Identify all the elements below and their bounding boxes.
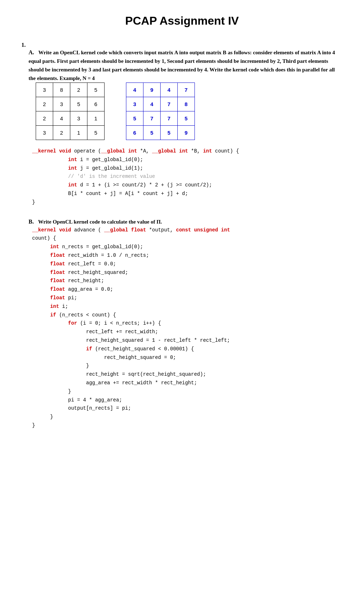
matrix-a-cell-1-3: 6	[87, 97, 105, 111]
code-block-a: __kernel void operate (__global int *A, …	[32, 147, 343, 207]
matrix-b-cell-1-1: 4	[143, 97, 161, 111]
matrix-a-cell-0-2: 2	[70, 83, 87, 97]
matrix-a-cell-3-3: 5	[87, 126, 105, 140]
matrix-a-cell-2-3: 1	[87, 111, 105, 126]
matrix-a-cell-3-2: 1	[70, 126, 87, 140]
matrix-a-cell-2-2: 3	[70, 111, 87, 126]
matrix-b-cell-3-1: 5	[143, 126, 161, 140]
matrix-a-cell-1-2: 5	[70, 97, 87, 111]
sub-a-question-text: Write an OpenCL kernel code which conver…	[29, 50, 335, 81]
matrix-a-cell-1-1: 3	[53, 97, 70, 111]
matrix-b-cell-2-1: 7	[143, 111, 161, 126]
question-1-label: 1.	[21, 42, 26, 48]
code-b-content: __kernel void advance ( __global float *…	[32, 227, 230, 428]
matrix-a-cell-2-0: 2	[36, 111, 53, 126]
sub-b-label: B.	[29, 219, 37, 225]
matrix-b-cell-2-3: 5	[178, 111, 195, 126]
sub-question-b: B. Write OpenCL kernel code to calculate…	[29, 218, 343, 430]
sub-question-a: A. Write an OpenCL kernel code which con…	[29, 48, 343, 207]
matrix-a: 3825235624313215	[36, 82, 105, 140]
matrix-a-cell-0-1: 8	[53, 83, 70, 97]
page-title: PCAP Assignment IV	[21, 14, 343, 28]
matrix-a-cell-0-3: 5	[87, 83, 105, 97]
question-1: 1. A. Write an OpenCL kernel code which …	[21, 42, 343, 430]
matrix-a-cell-1-0: 2	[36, 97, 53, 111]
sub-b-question-text: Write OpenCL kernel code to calculate th…	[38, 219, 162, 225]
sub-b-text: B. Write OpenCL kernel code to calculate…	[29, 218, 343, 226]
matrix-b: 4947347857756559	[126, 82, 195, 140]
matrix-a-cell-3-0: 3	[36, 126, 53, 140]
matrices-container: 3825235624313215 4947347857756559	[36, 82, 343, 140]
matrix-a-cell-3-1: 2	[53, 126, 70, 140]
matrix-b-cell-3-3: 9	[178, 126, 195, 140]
code-block-b: __kernel void advance ( __global float *…	[32, 226, 343, 430]
matrix-b-cell-1-0: 3	[126, 97, 143, 111]
sub-a-label: A.	[29, 49, 37, 55]
matrix-b-cell-1-2: 7	[161, 97, 178, 111]
matrix-b-cell-2-0: 5	[126, 111, 143, 126]
matrix-b-cell-3-0: 6	[126, 126, 143, 140]
matrix-b-cell-0-3: 7	[178, 83, 195, 97]
matrix-b-cell-2-2: 7	[161, 111, 178, 126]
matrix-b-cell-1-3: 8	[178, 97, 195, 111]
matrix-b-cell-0-2: 4	[161, 83, 178, 97]
sub-a-text: A. Write an OpenCL kernel code which con…	[29, 48, 343, 82]
matrix-a-cell-2-1: 4	[53, 111, 70, 126]
matrix-b-cell-3-2: 5	[161, 126, 178, 140]
matrix-b-cell-0-1: 9	[143, 83, 161, 97]
matrix-a-cell-0-0: 3	[36, 83, 53, 97]
code-a-content: __kernel void operate (__global int *A, …	[32, 148, 239, 205]
matrix-b-cell-0-0: 4	[126, 83, 143, 97]
